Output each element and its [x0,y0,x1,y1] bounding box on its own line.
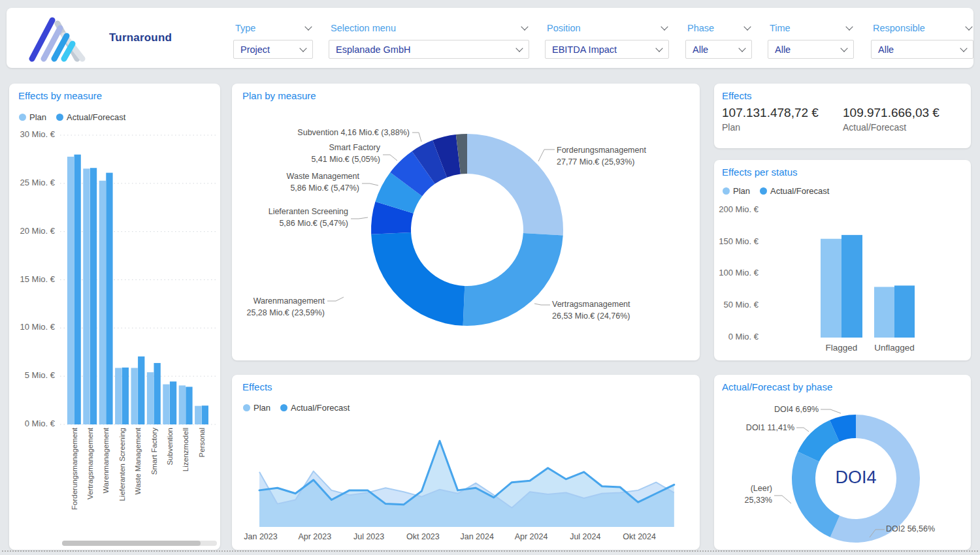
donut-label-lieferanten-screening: Lieferanten Screening5,86 Mio.€ (5,47%) [269,206,348,229]
filter-responsible: Responsible Alle [871,22,973,59]
callout-line [821,409,841,413]
chevron-down-icon[interactable] [845,23,853,30]
y-axis-tick: 10 Mio. € [13,322,55,332]
bar-plan-6[interactable] [163,385,169,424]
category-label: Lieferanten Screening [118,428,126,501]
filter-selection-dropdown[interactable]: Esplanade GmbH [329,40,529,59]
chevron-down-icon[interactable] [965,23,972,30]
bar-actual-2[interactable] [106,173,112,424]
company-logo [24,16,91,65]
bar-plan-0[interactable] [67,157,74,424]
bar-actual-Flagged[interactable] [841,235,862,338]
chevron-down-icon[interactable] [661,23,668,30]
filter-responsible-dropdown[interactable]: Alle [871,40,973,59]
callout-line [412,133,421,142]
bar-actual-0[interactable] [74,155,81,424]
panel-forecast-by-phase: Actual/Forecast by phase DOI4 DOI2 56,56… [714,375,971,550]
panel-plan-by-measure: Plan by measure Forderungsmanagement27,7… [232,84,700,360]
bar-actual-7[interactable] [186,387,192,424]
bar-actual-1[interactable] [90,168,97,424]
donut-label-subvention: Subvention 4,16 Mio.€ (3,88%) [297,127,410,138]
filter-phase-dropdown[interactable]: Alle [685,40,752,59]
category-label: Warenmanagement [102,427,110,493]
panel-effects-kpi: Effects 107.131.478,72 € Plan 109.971.66… [714,84,971,148]
callout-line [327,297,344,301]
y-axis-tick: 0 Mio. € [13,419,55,428]
bar-actual-3[interactable] [122,368,129,424]
filter-type-value: Project [240,44,270,55]
bar-actual-5[interactable] [154,363,161,424]
filter-time-dropdown[interactable]: Alle [768,40,854,59]
callout-line [538,150,555,161]
header-bar: Turnaround Type Project Selection menu E… [7,8,973,68]
bar-plan-Unflagged[interactable] [874,287,894,338]
donut-label-doi4: DOI4 6,69% [774,404,819,415]
logo-icon [24,16,91,63]
scrollbar-thumb[interactable] [62,541,201,546]
x-axis-tick: Jul 2024 [563,532,608,541]
y-axis-tick: 30 Mio. € [13,129,55,139]
chevron-down-icon[interactable] [743,23,751,30]
filter-phase-value: Alle [693,44,708,55]
donut-label-forderungsmanagement: Forderungsmanagement27,77 Mio.€ (25,93%) [557,144,646,168]
filter-position-dropdown[interactable]: EBITDA Impact [545,40,669,59]
bar-plan-2[interactable] [99,181,106,424]
callout-line [351,217,368,219]
app-title: Turnaround [109,31,172,44]
filter-time: Time Alle [768,22,854,59]
donut-label-warenmanagement: Warenmanagement25,28 Mio.€ (23,59%) [246,295,325,319]
slice-Forderungsmanagement[interactable] [467,134,563,236]
bar-actual-6[interactable] [170,381,176,424]
x-axis-tick: Apr 2024 [508,532,554,541]
filter-responsible-value: Alle [878,44,894,55]
y-axis-tick: 15 Mio. € [13,274,55,284]
donut-label-doi1: DOI1 11,41% [746,422,794,434]
filter-selection-label: Selection menu [331,23,396,33]
horizontal-scrollbar[interactable] [62,541,217,546]
bar-plan-7[interactable] [179,385,186,424]
filter-time-label: Time [770,23,791,33]
category-label: Vertragsmanagement [86,427,94,500]
filter-position-value: EBITDA Impact [552,44,617,55]
bar-actual-4[interactable] [138,357,144,424]
panel-effects-timeline: Effects Plan Actual/Forecast Jan 2023Apr… [232,375,700,550]
slice-Vertragsmanagement[interactable] [463,233,563,326]
y-axis-tick: 20 Mio. € [13,226,55,236]
filter-selection-value: Esplanade GmbH [336,44,410,55]
chevron-down-icon[interactable] [304,23,312,30]
kpi-forecast-value: 109.971.666,03 € [843,106,939,120]
page-bottom-border [2,550,978,552]
bar-plan-5[interactable] [147,372,154,424]
bar-actual-Unflagged[interactable] [894,285,915,338]
bar-plan-1[interactable] [83,168,90,424]
donut-label-leer: (Leer)25,33% [745,483,772,506]
x-axis-label: Unflagged [867,343,922,353]
bar-plan-4[interactable] [131,368,138,424]
category-label: Smart Factory [150,428,158,475]
chevron-down-icon [960,44,967,52]
filter-phase: Phase Alle [685,22,752,59]
x-axis-tick: Apr 2023 [292,532,338,541]
chevron-down-icon [515,44,523,52]
chevron-down-icon[interactable] [521,23,528,30]
y-axis-tick: 200 Mio. € [717,204,759,214]
slice-Warenmanagement[interactable] [371,232,465,326]
donut-center-label: DOI4 [817,468,895,488]
bar-plan-3[interactable] [115,368,122,424]
filter-type-dropdown[interactable]: Project [233,40,313,59]
slice-(Leer)[interactable] [792,452,840,537]
kpi-plan-value: 107.131.478,72 € [722,106,819,120]
kpi-forecast-label: Actual/Forecast [843,122,906,133]
category-label: Waste Management [134,427,142,494]
filter-responsible-label: Responsible [873,23,925,33]
y-axis-tick: 150 Mio. € [717,236,759,246]
chevron-down-icon [299,44,306,52]
effects-timeline-chart [232,375,700,550]
effects-per-status-chart [714,160,971,360]
bar-plan-8[interactable] [195,406,201,424]
bar-actual-8[interactable] [202,405,208,424]
filter-position: Position EBITDA Impact [545,22,669,59]
callout-line [362,183,378,185]
category-label: Personal [198,428,206,457]
bar-plan-Flagged[interactable] [821,239,841,338]
